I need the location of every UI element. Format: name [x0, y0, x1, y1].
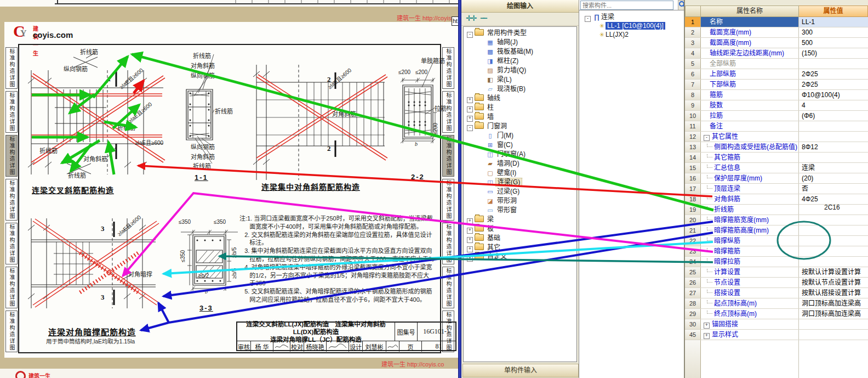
property-value[interactable]: (20) — [799, 173, 868, 183]
expand-icon[interactable]: + — [467, 218, 473, 224]
property-value[interactable] — [799, 257, 868, 267]
property-name-拉筋[interactable]: 拉筋 — [701, 111, 799, 121]
tree-item-连梁(G)[interactable]: ◫连梁(G) — [464, 178, 576, 187]
property-value[interactable] — [799, 225, 868, 235]
property-value[interactable] — [799, 153, 868, 162]
expand-icon[interactable]: + — [467, 116, 473, 122]
property-name-肢数[interactable]: 肢数 — [701, 100, 799, 110]
property-value[interactable] — [799, 246, 868, 256]
collapse-icon[interactable]: - — [704, 135, 710, 141]
tree-item-基础[interactable]: +基础 — [464, 234, 576, 243]
property-name-备注[interactable]: 备注 — [701, 121, 799, 131]
expand-icon[interactable]: + — [467, 256, 473, 262]
property-name-名称[interactable]: 名称 — [701, 17, 799, 27]
property-name-侧面构造或受扭筋(总配筋值)[interactable]: 侧面构造或受扭筋(总配筋值) — [701, 142, 799, 152]
property-value[interactable] — [799, 236, 868, 246]
collapse-icon[interactable]: - — [467, 125, 473, 131]
property-name-全部纵筋[interactable]: 全部纵筋 — [701, 59, 799, 69]
property-name-上部纵筋[interactable]: 上部纵筋 — [701, 69, 799, 79]
tree-item-自定义[interactable]: +自定义 — [464, 252, 576, 262]
navigator-item[interactable]: ✳LL-1 [C10@100(4)] — [579, 21, 684, 30]
tree-item-筏板基础(M)[interactable]: ▩筏板基础(M) — [464, 47, 576, 57]
tree-item-梁(L)[interactable]: ◧梁(L) — [464, 75, 576, 84]
tree-item-墙洞(D)[interactable]: ▰墙洞(D) — [464, 159, 576, 168]
property-value[interactable]: 2Φ25 — [799, 69, 868, 79]
property-value[interactable] — [799, 59, 868, 69]
property-name-暗撑箍筋宽度(mm)[interactable]: 暗撑箍筋宽度(mm) — [701, 215, 799, 225]
collapse-icon[interactable]: - — [467, 32, 473, 38]
property-name-其它属性[interactable]: -其它属性 — [701, 132, 799, 142]
tree-item-剪力墙(Q)[interactable]: ▨剪力墙(Q) — [464, 66, 576, 75]
property-name-轴线距梁左边线距离(mm)[interactable]: 轴线距梁左边线距离(mm) — [701, 48, 799, 58]
tree-item-梁[interactable]: +梁 — [464, 215, 576, 224]
tree-item-柱[interactable]: +柱 — [464, 103, 576, 112]
single-component-input-tab[interactable]: 单构件输入 — [462, 364, 579, 377]
property-name-对角斜筋[interactable]: 对角斜筋 — [701, 194, 799, 204]
property-value[interactable]: 按默认计算设置计算 — [799, 267, 868, 277]
expand-icon[interactable]: + — [467, 237, 473, 243]
property-name-暗撑纵筋[interactable]: 暗撑纵筋 — [701, 236, 799, 246]
property-value[interactable]: 按默认节点设置计算 — [799, 278, 868, 287]
tree-item-带形窗[interactable]: ▭带形窗 — [464, 206, 576, 215]
property-value[interactable]: 连梁 — [799, 163, 868, 173]
tree-item-轴网(J)[interactable]: ▦轴网(J) — [464, 38, 576, 47]
tree-item-其它[interactable]: +其它 — [464, 243, 576, 252]
property-name-箍筋[interactable]: 箍筋 — [701, 90, 799, 100]
expand-icon[interactable]: + — [467, 228, 473, 234]
property-name-截面宽度(mm)[interactable]: 截面宽度(mm) — [701, 27, 799, 37]
property-value[interactable]: (150) — [799, 48, 868, 58]
property-name-暗撑箍筋[interactable]: 暗撑箍筋 — [701, 246, 799, 256]
expand-all-icon[interactable]: ✛✛ — [466, 14, 475, 22]
expand-icon[interactable]: + — [467, 97, 473, 103]
property-value[interactable]: 8Φ12 — [799, 142, 868, 152]
tree-item-门(M)[interactable]: ▯门(M) — [464, 131, 576, 140]
property-value[interactable]: Φ10@100(4) — [799, 90, 868, 100]
tree-item-轴线[interactable]: +轴线 — [464, 94, 576, 103]
property-name-节点设置[interactable]: 节点设置 — [701, 278, 799, 287]
property-name-起点顶标高(m)[interactable]: 起点顶标高(m) — [701, 298, 799, 308]
property-name-其它箍筋[interactable]: 其它箍筋 — [701, 153, 799, 162]
property-name-锚固搭接[interactable]: +锚固搭接 — [701, 319, 799, 329]
property-name-暗撑拉筋[interactable]: 暗撑拉筋 — [701, 257, 799, 267]
property-name-顶层连梁[interactable]: 顶层连梁 — [701, 184, 799, 194]
property-name-汇总信息[interactable]: 汇总信息 — [701, 163, 799, 173]
expand-icon[interactable]: + — [704, 323, 710, 329]
property-value[interactable]: 4 — [799, 100, 868, 110]
property-name-折线筋[interactable]: 折线筋 — [701, 205, 799, 215]
property-name-显示样式[interactable]: +显示样式 — [701, 330, 799, 340]
collapse-icon[interactable]: - — [585, 16, 591, 22]
navigator-item[interactable]: ✳LL(JX)2 — [579, 30, 684, 39]
property-name-终点顶标高(m)[interactable]: 终点顶标高(m) — [701, 309, 799, 319]
tree-item-板[interactable]: +板 — [464, 224, 576, 234]
expand-icon[interactable]: + — [467, 106, 473, 112]
tree-item-现浇板(B)[interactable]: ▱现浇板(B) — [464, 84, 576, 94]
property-value[interactable]: LL-1 — [799, 17, 868, 27]
property-value[interactable]: 按默认搭接设置计算 — [799, 288, 868, 298]
property-value[interactable]: 500 — [799, 38, 868, 48]
property-value[interactable]: 洞口顶标高加连梁高 — [799, 309, 868, 319]
navigator-root-lianliang[interactable]: -∏连梁 — [579, 13, 684, 21]
property-value[interactable] — [799, 330, 868, 340]
property-value[interactable] — [799, 319, 868, 329]
tree-item-门联窗(A)[interactable]: ◫门联窗(A) — [464, 150, 576, 159]
property-value[interactable] — [799, 132, 868, 142]
tree-item-框柱(Z)[interactable]: ◨框柱(Z) — [464, 57, 576, 66]
tree-item-壁龛(I)[interactable]: ▢壁龛(I) — [464, 168, 576, 178]
property-value[interactable]: 否 — [799, 184, 868, 194]
tree-item-过梁(G)[interactable]: ▭过梁(G) — [464, 187, 576, 196]
expand-icon[interactable]: + — [704, 333, 710, 339]
search-input[interactable] — [580, 1, 673, 10]
property-value[interactable] — [799, 215, 868, 225]
property-value[interactable]: 4Φ25 — [799, 194, 868, 204]
property-value[interactable] — [799, 121, 868, 131]
tree-item-墙[interactable]: +墙 — [464, 112, 576, 122]
property-name-暗撑箍筋高度(mm)[interactable]: 暗撑箍筋高度(mm) — [701, 225, 799, 235]
property-name-下部纵筋[interactable]: 下部纵筋 — [701, 80, 799, 89]
property-name-搭接设置[interactable]: 搭接设置 — [701, 288, 799, 298]
tree-item-常用构件类型[interactable]: -常用构件类型 — [464, 29, 576, 38]
property-name-计算设置[interactable]: 计算设置 — [701, 267, 799, 277]
property-value[interactable]: 300 — [799, 27, 868, 37]
tree-item-门窗洞[interactable]: -门窗洞 — [464, 122, 576, 131]
property-value[interactable]: 洞口顶标高加连梁高 — [799, 298, 868, 308]
property-name-截面高度(mm)[interactable]: 截面高度(mm) — [701, 38, 799, 48]
